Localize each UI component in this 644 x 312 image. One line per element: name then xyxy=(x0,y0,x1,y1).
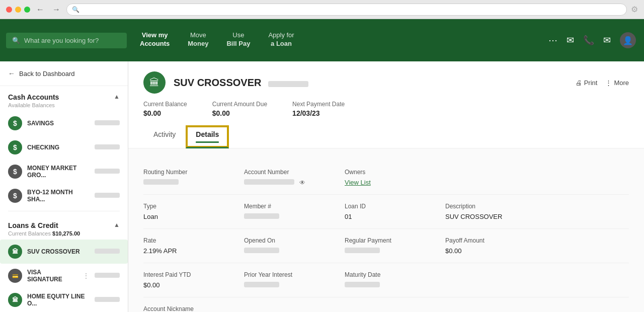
home-equity-item[interactable]: 🏛 HOME EQUITY LINE O... xyxy=(0,288,128,312)
main-content: 🏛 SUV CROSSOVER 🖨 Print ⋮ More xyxy=(128,61,644,312)
nickname-label: Account Nickname xyxy=(143,305,629,312)
user-avatar[interactable]: 👤 xyxy=(620,32,636,48)
url-bar[interactable]: 🔍 xyxy=(66,4,627,16)
byo-balance xyxy=(95,193,120,199)
current-balance-label: Current Balance xyxy=(143,101,187,108)
nav-right-icons: ⋯ ✉ 📞 ✉ 👤 xyxy=(548,32,644,48)
next-payment-date-label: Next Payment Date xyxy=(292,101,345,108)
details-row-3: Rate 2.19% APR Opened On Regular Payment… xyxy=(143,229,629,263)
back-nav-button[interactable]: ← xyxy=(34,4,46,15)
messages-icon[interactable]: ✉ xyxy=(567,35,574,46)
loan-id-field: Loan ID 01 xyxy=(345,203,445,220)
more-dots-icon: ⋮ xyxy=(605,79,612,87)
nav-bill-pay[interactable]: Use Bill Pay xyxy=(217,26,259,55)
account-stats: Current Balance $0.00 Current Amount Due… xyxy=(143,101,629,117)
current-balance-value: $0.00 xyxy=(143,109,187,117)
type-label: Type xyxy=(143,203,244,210)
mail-icon[interactable]: ✉ xyxy=(603,35,611,46)
payoff-amount-value: $0.00 xyxy=(445,247,546,255)
current-amount-due-value: $0.00 xyxy=(212,109,267,117)
maturity-date-value xyxy=(345,281,445,289)
account-number xyxy=(268,81,308,87)
description-value: SUV CROSSOVER xyxy=(445,213,546,220)
checking-label: CHECKING xyxy=(27,144,90,151)
account-actions: 🖨 Print ⋮ More xyxy=(576,79,629,87)
traffic-lights xyxy=(6,7,30,13)
search-bar[interactable]: 🔍 xyxy=(6,33,127,48)
byo-account-item[interactable]: $ BYO-12 MONTH SHA... xyxy=(0,184,128,208)
routing-number-value xyxy=(143,179,244,186)
search-input[interactable] xyxy=(24,37,115,44)
loans-credit-header[interactable]: Loans & Credit Current Balances $10,275.… xyxy=(8,221,120,237)
cash-accounts-title: Cash Accounts xyxy=(8,93,59,101)
loans-credit-chevron: ▲ xyxy=(114,221,120,228)
print-button[interactable]: 🖨 Print xyxy=(576,79,598,87)
prior-year-interest-label: Prior Year Interest xyxy=(244,271,345,278)
home-equity-icon: 🏛 xyxy=(8,293,22,307)
home-equity-label: HOME EQUITY LINE O... xyxy=(27,293,90,307)
more-options-icon[interactable]: ⋯ xyxy=(548,35,557,46)
money-market-account-item[interactable]: $ MONEY MARKET GRO... xyxy=(0,160,128,184)
interest-ytd-value: $0.00 xyxy=(143,281,244,289)
owners-field: Owners View List xyxy=(345,169,445,186)
routing-number-field: Routing Number xyxy=(143,169,244,186)
type-value: Loan xyxy=(143,213,244,220)
maturity-date-field: Maturity Date xyxy=(345,271,445,289)
tab-activity[interactable]: Activity xyxy=(143,125,186,148)
rate-label: Rate xyxy=(143,237,244,244)
money-market-icon: $ xyxy=(8,165,22,179)
byo-icon: $ xyxy=(8,189,22,203)
current-amount-due-stat: Current Amount Due $0.00 xyxy=(212,101,267,117)
suv-crossover-balance xyxy=(95,249,120,255)
back-to-dashboard[interactable]: ← Back to Dashboard xyxy=(0,61,128,86)
current-balance-stat: Current Balance $0.00 xyxy=(143,101,187,117)
main-layout: ← Back to Dashboard Cash Accounts Availa… xyxy=(0,61,644,312)
checking-icon: $ xyxy=(8,140,22,154)
maximize-button[interactable] xyxy=(24,7,30,13)
checking-account-item[interactable]: $ CHECKING xyxy=(0,135,128,160)
loans-credit-title: Loans & Credit xyxy=(8,221,80,229)
search-icon: 🔍 xyxy=(12,37,20,44)
visa-signature-icon: 💳 xyxy=(8,269,22,283)
nav-apply-loan[interactable]: Apply for a Loan xyxy=(259,26,303,55)
account-tabs: Activity Details xyxy=(143,125,629,148)
more-button[interactable]: ⋮ More xyxy=(605,79,629,87)
details-panel: Routing Number Account Number 👁 Owners V… xyxy=(128,148,644,312)
home-equity-balance xyxy=(95,297,120,303)
account-main-title: SUV CROSSOVER xyxy=(174,77,261,88)
savings-account-item[interactable]: $ SAVINGS xyxy=(0,111,128,135)
sidebar: ← Back to Dashboard Cash Accounts Availa… xyxy=(0,61,128,312)
account-number-label: Account Number xyxy=(244,169,345,176)
savings-icon: $ xyxy=(8,116,22,130)
view-list-link[interactable]: View List xyxy=(345,179,445,186)
loan-id-value: 01 xyxy=(345,213,445,220)
description-field: Description SUV CROSSOVER xyxy=(445,203,546,220)
cash-accounts-header[interactable]: Cash Accounts Available Balances ▲ xyxy=(8,93,120,108)
extensions-icon: ⚙ xyxy=(631,5,638,14)
nav-links: View my Accounts Move Money Use Bill Pay… xyxy=(131,26,303,55)
loans-credit-subtitle: Current Balances $10,275.00 xyxy=(8,230,80,237)
nav-move-money[interactable]: Move Money xyxy=(179,26,217,55)
description-label: Description xyxy=(445,203,546,210)
member-label: Member # xyxy=(244,203,345,210)
visa-signature-item[interactable]: 💳 VISA SIGNATURE ⋮ xyxy=(0,264,128,288)
interest-ytd-label: Interest Paid YTD xyxy=(143,271,244,278)
rate-value: 2.19% APR xyxy=(143,247,244,255)
checking-balance xyxy=(95,144,120,150)
account-number-value: 👁 xyxy=(244,179,345,186)
account-title-info: SUV CROSSOVER xyxy=(174,77,568,89)
tab-details[interactable]: Details xyxy=(186,125,229,148)
forward-nav-button[interactable]: → xyxy=(50,4,62,15)
suv-crossover-item[interactable]: 🏛 SUV CROSSOVER xyxy=(0,240,128,264)
close-button[interactable] xyxy=(6,7,12,13)
nav-view-accounts[interactable]: View my Accounts xyxy=(131,26,179,55)
visa-signature-label: VISA SIGNATURE xyxy=(27,269,77,283)
suv-crossover-label: SUV CROSSOVER xyxy=(27,248,90,255)
main-navbar: 🔍 View my Accounts Move Money Use Bill P… xyxy=(0,19,644,61)
url-search-icon: 🔍 xyxy=(72,6,79,13)
phone-icon[interactable]: 📞 xyxy=(583,35,594,46)
savings-balance xyxy=(95,120,120,126)
minimize-button[interactable] xyxy=(15,7,21,13)
account-logo: 🏛 xyxy=(143,71,166,94)
next-payment-date-value: 12/03/23 xyxy=(292,109,345,117)
